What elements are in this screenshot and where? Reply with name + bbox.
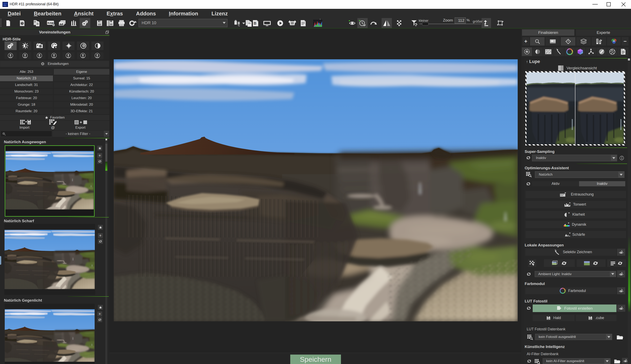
svg-text:B: B <box>254 21 256 26</box>
svg-text:#11: #11 <box>4 4 6 6</box>
